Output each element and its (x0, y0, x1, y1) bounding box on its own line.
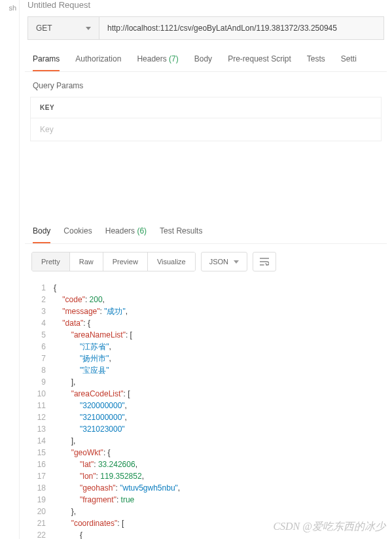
code-line: 2 "code": 200, (30, 294, 387, 305)
format-value: JSON (209, 258, 228, 266)
code-content: "lon": 119.352852, (54, 470, 144, 482)
method-value: GET (36, 24, 52, 33)
code-content: "321000000", (54, 411, 127, 423)
line-number: 15 (30, 447, 54, 459)
code-content: ], (54, 376, 75, 388)
request-title: Untitled Request (25, 0, 387, 16)
url-input[interactable]: http://localhost:1121/csv/geoByLatAndLon… (99, 16, 384, 40)
line-number: 10 (30, 388, 54, 400)
tab-headers[interactable]: Headers (7) (137, 49, 178, 71)
chevron-down-icon (86, 27, 91, 30)
code-line: 20 }, (30, 506, 387, 517)
line-number: 2 (30, 294, 54, 305)
line-number: 3 (30, 305, 54, 317)
code-content: { (54, 529, 82, 539)
line-number: 18 (30, 482, 54, 494)
code-line: 4 "data": { (30, 317, 387, 329)
code-line: 9 ], (30, 376, 387, 388)
resp-tab-body[interactable]: Body (33, 220, 50, 243)
code-line: 3 "message": "成功", (30, 305, 387, 317)
tab-tests[interactable]: Tests (307, 49, 325, 71)
code-content: "message": "成功", (54, 305, 128, 317)
method-select[interactable]: GET (27, 16, 99, 40)
tab-settings[interactable]: Setti (341, 49, 357, 71)
view-mode-group: Pretty Raw Preview Visualize (31, 252, 196, 271)
line-number: 14 (30, 435, 54, 447)
resp-tab-headers[interactable]: Headers (6) (105, 220, 147, 243)
response-tabs: Body Cookies Headers (6) Test Results (25, 220, 387, 244)
code-line: 14 ], (30, 435, 387, 447)
code-line: 7 "扬州市", (30, 353, 387, 364)
left-label: sh (0, 0, 19, 16)
code-line: 17 "lon": 119.352852, (30, 470, 387, 482)
code-content: "geohash": "wtuv5gwh5nbu", (54, 482, 180, 494)
line-number: 16 (30, 459, 54, 470)
code-line: 1{ (30, 282, 387, 294)
preview-button[interactable]: Preview (103, 252, 148, 271)
raw-button[interactable]: Raw (70, 252, 103, 271)
line-number: 12 (30, 411, 54, 423)
line-number: 13 (30, 423, 54, 435)
code-line: 16 "lat": 33.242606, (30, 459, 387, 470)
response-code[interactable]: 1{2 "code": 200,3 "message": "成功",4 "dat… (25, 279, 387, 539)
watermark: CSDN @爱吃东西的冰少 (273, 520, 385, 534)
code-line: 6 "江苏省", (30, 341, 387, 353)
code-line: 15 "geoWkt": { (30, 447, 387, 459)
code-line: 18 "geohash": "wtuv5gwh5nbu", (30, 482, 387, 494)
blank-area (25, 141, 387, 220)
code-line: 8 "宝应县" (30, 364, 387, 376)
code-content: "areaNameList": [ (54, 329, 132, 341)
line-number: 21 (30, 517, 54, 529)
code-line: 11 "320000000", (30, 400, 387, 411)
line-number: 20 (30, 506, 54, 517)
left-sidebar: sh (0, 0, 20, 539)
format-select[interactable]: JSON (201, 252, 247, 271)
code-content: "320000000", (54, 400, 127, 411)
line-number: 4 (30, 317, 54, 329)
tab-params[interactable]: Params (33, 49, 60, 71)
pretty-button[interactable]: Pretty (32, 252, 70, 271)
code-content: "宝应县" (54, 364, 109, 376)
code-content: "321023000" (54, 423, 125, 435)
code-content: "扬州市", (54, 353, 111, 364)
resp-tab-cookies[interactable]: Cookies (63, 220, 92, 243)
line-number: 1 (30, 282, 54, 294)
key-column-header: KEY (30, 97, 382, 118)
code-content: ], (54, 435, 75, 447)
code-line: 5 "areaNameList": [ (30, 329, 387, 341)
code-content: "geoWkt": { (54, 447, 111, 459)
code-line: 13 "321023000" (30, 423, 387, 435)
line-number: 17 (30, 470, 54, 482)
request-tabs: Params Authorization Headers (7) Body Pr… (25, 49, 387, 72)
tab-authorization[interactable]: Authorization (75, 49, 121, 71)
line-number: 8 (30, 364, 54, 376)
line-number: 22 (30, 529, 54, 539)
line-number: 11 (30, 400, 54, 411)
tab-body[interactable]: Body (194, 49, 212, 71)
code-content: "fragment": true (54, 494, 134, 506)
url-row: GET http://localhost:1121/csv/geoByLatAn… (27, 16, 384, 40)
line-number: 6 (30, 341, 54, 353)
code-line: 10 "areaCodeList": [ (30, 388, 387, 400)
code-content: "areaCodeList": [ (54, 388, 130, 400)
code-content: { (54, 282, 56, 294)
line-number: 5 (30, 329, 54, 341)
code-line: 12 "321000000", (30, 411, 387, 423)
resp-tab-testresults[interactable]: Test Results (160, 220, 202, 243)
code-content: }, (54, 506, 76, 517)
response-toolbar: Pretty Raw Preview Visualize JSON (25, 244, 387, 279)
wrap-lines-icon[interactable] (253, 252, 276, 271)
chevron-down-icon (234, 260, 239, 264)
tab-prerequest[interactable]: Pre-request Script (228, 49, 291, 71)
visualize-button[interactable]: Visualize (148, 252, 195, 271)
line-number: 19 (30, 494, 54, 506)
key-input[interactable]: Key (30, 118, 382, 141)
query-params-label: Query Params (25, 72, 387, 97)
code-content: "coordinates": [ (54, 517, 124, 529)
code-content: "lat": 33.242606, (54, 459, 137, 470)
code-line: 19 "fragment": true (30, 494, 387, 506)
code-content: "data": { (54, 317, 90, 329)
code-content: "code": 200, (54, 294, 105, 305)
line-number: 9 (30, 376, 54, 388)
code-content: "江苏省", (54, 341, 111, 353)
